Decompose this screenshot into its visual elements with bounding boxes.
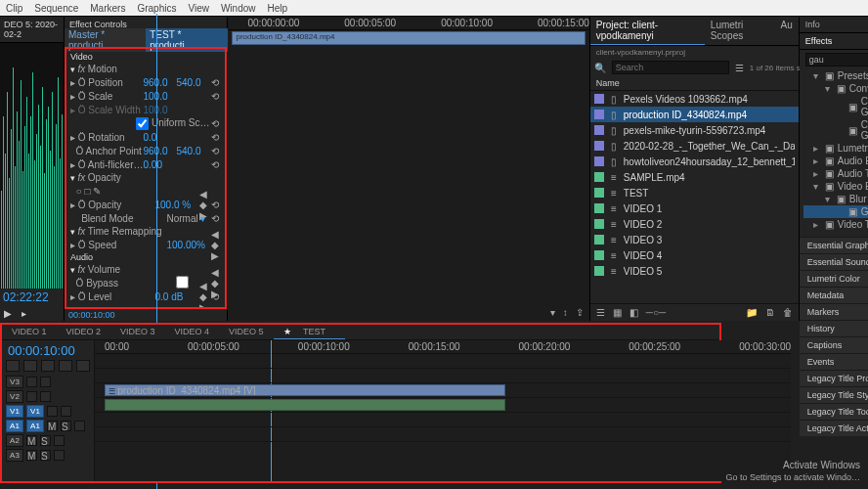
- source-patch-v1[interactable]: V1: [6, 405, 23, 418]
- stacked-panel-tab[interactable]: Essential Graphics: [800, 237, 868, 253]
- solo-icon[interactable]: S: [40, 450, 51, 461]
- tab-video3[interactable]: VIDEO 3: [110, 325, 165, 339]
- chevron-icon[interactable]: ▸: [813, 156, 821, 166]
- prop-scale[interactable]: ▸ Ö Scale: [70, 91, 143, 102]
- mute-icon[interactable]: M: [26, 435, 37, 446]
- prop-antiflicker[interactable]: ▸ Ö Anti-flicker…: [70, 159, 143, 170]
- anchor-y[interactable]: 540.0: [176, 146, 209, 156]
- label-swatch[interactable]: [594, 203, 604, 213]
- effect-motion[interactable]: ▾ fx Motion: [68, 63, 223, 75]
- stacked-panel-tab[interactable]: Captions: [800, 336, 868, 353]
- eye-icon[interactable]: [40, 377, 51, 387]
- opacity-value[interactable]: 100.0 %: [154, 200, 197, 210]
- tree-node[interactable]: ▣Convolution Kernel Gaus…: [803, 118, 868, 142]
- chevron-icon[interactable]: ▸: [813, 219, 821, 230]
- play-icon[interactable]: ▶: [4, 308, 12, 319]
- mute-icon[interactable]: M: [47, 421, 58, 431]
- menu-help[interactable]: Help: [268, 3, 288, 14]
- chevron-icon[interactable]: ▸: [813, 168, 821, 179]
- tab-lumetri-scopes[interactable]: Lumetri Scopes: [705, 17, 775, 45]
- project-item[interactable]: ≡VIDEO 1: [590, 200, 799, 216]
- position-x[interactable]: 960.0: [143, 77, 176, 88]
- lane-v3[interactable]: [95, 354, 791, 369]
- tab-audio[interactable]: Au: [775, 17, 799, 45]
- menu-graphics[interactable]: Graphics: [137, 3, 176, 14]
- zoom-slider[interactable]: ─○─: [646, 307, 666, 318]
- stacked-panel-tab[interactable]: Metadata: [800, 287, 868, 303]
- voice-icon[interactable]: [54, 450, 65, 461]
- project-search-input[interactable]: [612, 61, 729, 74]
- label-swatch[interactable]: [594, 94, 604, 104]
- label-swatch[interactable]: [594, 235, 604, 244]
- tab-project[interactable]: Project: client-vpodkamenyi: [590, 17, 705, 45]
- view-icon-list[interactable]: ☰: [596, 307, 605, 318]
- project-item[interactable]: ≡VIDEO 5: [590, 263, 799, 279]
- chevron-icon[interactable]: ▾: [825, 83, 833, 94]
- trash-icon[interactable]: 🗑: [783, 307, 793, 318]
- share-icon[interactable]: ⇪: [576, 307, 584, 318]
- view-icon-grid[interactable]: ▦: [613, 307, 622, 318]
- voice-icon[interactable]: [54, 435, 65, 446]
- tree-node[interactable]: ▣Gaussian Blur: [803, 205, 868, 218]
- track-toggle-icon[interactable]: [26, 377, 37, 387]
- eye-icon[interactable]: [40, 391, 51, 402]
- marker-icon[interactable]: [41, 360, 55, 372]
- prop-rotation[interactable]: ▸ Ö Rotation: [70, 132, 143, 143]
- bypass-checkbox[interactable]: [176, 276, 189, 289]
- audio-clip[interactable]: [105, 399, 505, 411]
- label-swatch[interactable]: [594, 125, 604, 135]
- wrench-icon[interactable]: [76, 360, 90, 372]
- effects-search-input[interactable]: [805, 53, 868, 67]
- ec-ruler[interactable]: 00:00:00:00 00:00:05:00 00:00:10:00 00:0…: [228, 17, 588, 30]
- stacked-panel-tab[interactable]: Legacy Title Properties: [800, 370, 868, 386]
- timeline-lanes[interactable]: 00:00 00:00:05:00 00:00:10:00 00:00:15:0…: [95, 340, 791, 481]
- reset-icon[interactable]: ⟲: [209, 159, 221, 170]
- voice-icon[interactable]: [74, 421, 85, 431]
- effect-controls-timecode[interactable]: 00:00:10:00: [65, 309, 227, 321]
- lane-a3[interactable]: [95, 427, 791, 442]
- menu-window[interactable]: Window: [221, 3, 256, 14]
- chevron-icon[interactable]: ▾: [813, 70, 821, 81]
- solo-icon[interactable]: S: [40, 435, 51, 446]
- label-swatch[interactable]: [594, 266, 604, 276]
- tab-info[interactable]: Info: [800, 17, 868, 33]
- source-patch-a1[interactable]: A1: [6, 420, 23, 432]
- prop-bypass[interactable]: Ö Bypass: [70, 278, 176, 289]
- settings-icon[interactable]: [59, 360, 72, 372]
- timeline-ruler[interactable]: 00:00 00:00:05:00 00:00:10:00 00:00:15:0…: [95, 340, 791, 354]
- filter-icon[interactable]: ▾: [550, 307, 555, 318]
- prop-position[interactable]: ▸ Ö Position: [70, 77, 143, 88]
- reset-icon[interactable]: ⟲: [209, 132, 221, 143]
- tab-video4[interactable]: VIDEO 4: [165, 325, 220, 339]
- label-swatch[interactable]: [594, 141, 604, 151]
- reset-icon[interactable]: ⟲: [209, 118, 221, 129]
- eye-icon[interactable]: [61, 406, 71, 417]
- effect-time-remap[interactable]: ▾ fx Time Remapping: [68, 225, 223, 238]
- step-icon[interactable]: ▸: [22, 308, 26, 319]
- tree-node[interactable]: ▸▣Video Transitions: [803, 218, 868, 231]
- tab-test[interactable]: ★ TEST: [274, 325, 346, 339]
- tab-video2[interactable]: VIDEO 2: [57, 325, 111, 339]
- lane-v2[interactable]: [95, 369, 791, 383]
- stacked-panel-tab[interactable]: Essential Sound: [800, 253, 868, 270]
- project-item[interactable]: ▯howtoliveon24hoursaday_12_bennett_128kb: [590, 154, 799, 169]
- menu-view[interactable]: View: [188, 3, 209, 14]
- project-item[interactable]: ▯2020-02-28_-_Together_We_Can_-_David_F…: [590, 138, 799, 154]
- new-item-icon[interactable]: 🗎: [765, 307, 775, 318]
- stacked-panel-tab[interactable]: Legacy Title Actions: [800, 420, 868, 436]
- label-swatch[interactable]: [594, 250, 604, 260]
- prop-speed[interactable]: ▸ Ö Speed: [70, 240, 166, 250]
- prop-level[interactable]: ▸ Ö Level: [70, 291, 154, 302]
- reset-icon[interactable]: ⟲: [209, 213, 221, 224]
- lane-a1[interactable]: [95, 398, 791, 413]
- project-item[interactable]: ▯pexels-mike-tyurin-5596723.mp4: [590, 122, 799, 138]
- source-tab[interactable]: DEO 5: 2020-02-2: [0, 17, 64, 43]
- blend-mode-dropdown[interactable]: Normal: [166, 213, 197, 224]
- label-swatch[interactable]: [594, 172, 604, 182]
- reset-icon[interactable]: ⟲: [209, 91, 221, 102]
- view-freeform-icon[interactable]: ◧: [629, 307, 638, 318]
- stacked-panel-tab[interactable]: Legacy Title Tools: [800, 403, 868, 420]
- project-item[interactable]: ≡VIDEO 4: [590, 247, 799, 263]
- antiflicker-value[interactable]: 0.00: [143, 159, 176, 170]
- speed-value[interactable]: 100.00%: [166, 240, 209, 250]
